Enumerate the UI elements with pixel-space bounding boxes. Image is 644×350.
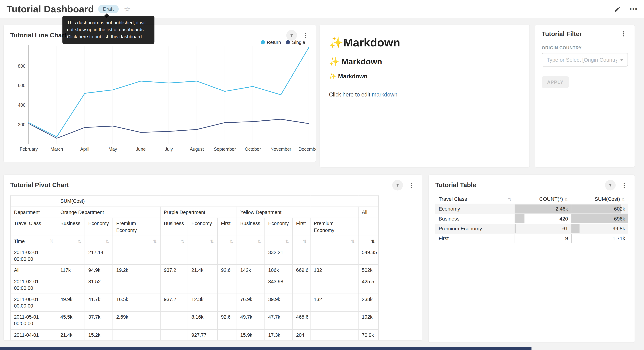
- pivot-cell: [310, 276, 358, 294]
- line-chart: 200400600800FebruaryMarchAprilMayJuneJul…: [4, 44, 316, 157]
- pivot-sort-cell: ⇅: [188, 236, 218, 247]
- pivot-cell: [292, 276, 310, 294]
- pivot-cell: 37.7k: [85, 312, 113, 329]
- sum-cost-cell: 602k: [571, 204, 628, 214]
- column-header-count[interactable]: COUNT(*)⇅: [515, 194, 571, 204]
- pivot-filter-badge-icon[interactable]: [392, 180, 403, 190]
- filter-card-header: Tutorial Filter ⋮: [542, 30, 628, 38]
- sort-icon[interactable]: ⇅: [258, 239, 261, 244]
- edit-icon[interactable]: [614, 6, 621, 12]
- pivot-sub-column: Economy: [265, 218, 292, 236]
- value-bar: [571, 234, 572, 243]
- draft-tooltip[interactable]: This dashboard is not published, it will…: [62, 16, 154, 44]
- value-label: 2.46k: [556, 206, 568, 212]
- pivot-row-label: 2011-02-01 00:00:00: [10, 276, 57, 294]
- value-bar: [571, 204, 620, 213]
- column-header-sum-cost[interactable]: SUM(Cost)⇅: [571, 194, 628, 204]
- more-menu-icon[interactable]: ⋯: [629, 7, 637, 11]
- pivot-sub-column: Premium Economy: [310, 218, 358, 236]
- sort-icon[interactable]: ⇅: [181, 239, 184, 244]
- pivot-column-group: All: [358, 207, 378, 218]
- draft-tooltip-text: This dashboard is not published, it will…: [67, 20, 146, 39]
- pivot-cell: 15.9k: [237, 329, 265, 341]
- pivot-kebab-icon[interactable]: ⋮: [407, 181, 416, 189]
- count-cell: 2.46k: [515, 204, 571, 214]
- table-row: Business420696k: [436, 214, 628, 224]
- svg-text:February: February: [20, 146, 38, 152]
- sum-cost-cell: 1.71k: [571, 234, 628, 243]
- pivot-cell: 21.4k: [57, 329, 85, 341]
- pivot-cell: 425.5: [358, 276, 378, 294]
- sort-icon[interactable]: ⇅: [50, 238, 53, 244]
- pivot-cell: [113, 329, 160, 341]
- sum-cost-cell: 696k: [571, 214, 628, 224]
- pivot-row: 2011-03-01 00:00:00217.14332.21549.35: [10, 247, 378, 265]
- pivot-corner-cell: [10, 196, 57, 207]
- svg-text:August: August: [190, 146, 204, 152]
- sort-icon[interactable]: ⇅: [106, 239, 109, 244]
- sort-icon[interactable]: ⇅: [210, 239, 214, 244]
- pivot-cell: 70.9k: [358, 329, 378, 341]
- pivot-cell: 16.5k: [113, 294, 160, 312]
- pivot-sort-cell: ⇅: [113, 236, 160, 247]
- travel-class-cell: First: [436, 234, 515, 243]
- pivot-cell: 238k: [358, 294, 378, 312]
- pivot-sub-column: [358, 218, 378, 236]
- sort-icon[interactable]: ⇅: [303, 239, 307, 244]
- column-header-travel-class[interactable]: Travel Class⇅: [436, 194, 515, 204]
- table-card-title: Tutorial Table: [436, 182, 476, 189]
- pivot-cell: [160, 329, 188, 341]
- pivot-cell: 76.9k: [237, 294, 265, 312]
- sort-icon[interactable]: ⇅: [351, 239, 355, 244]
- line-chart-card: Tutorial Line Chart ⋮ ReturnSingle 20040…: [3, 25, 316, 162]
- line-chart-title: Tutorial Line Chart: [10, 32, 66, 39]
- pivot-cell: [218, 294, 237, 312]
- favorite-star-icon[interactable]: ☆: [124, 5, 130, 14]
- svg-text:October: October: [245, 146, 261, 152]
- filter-kebab-icon[interactable]: ⋮: [619, 30, 628, 38]
- pivot-cell: 549.35: [358, 247, 378, 265]
- sort-icon[interactable]: ⇅: [564, 197, 568, 202]
- line-chart-card-header: Tutorial Line Chart ⋮: [4, 25, 316, 40]
- pivot-cell: 343.98: [265, 276, 292, 294]
- travel-class-cell: Business: [436, 214, 515, 224]
- pivot-sub-column: Economy: [188, 218, 218, 236]
- pivot-travel-class-label: Travel Class: [10, 218, 57, 236]
- sort-icon[interactable]: ⇅: [622, 197, 625, 202]
- sort-icon[interactable]: ⇅: [285, 239, 289, 244]
- pivot-cell: [188, 276, 218, 294]
- pivot-row: 2011-05-01 00:00:0045.5k37.7k2.69k8.16k9…: [10, 312, 378, 329]
- value-bar: [515, 224, 516, 233]
- pivot-sub-column: First: [218, 218, 237, 236]
- pivot-sub-column: Economy: [85, 218, 113, 236]
- chart-kebab-icon[interactable]: ⋮: [301, 31, 310, 39]
- pivot-column-group: Orange Department: [57, 207, 160, 218]
- table-filter-badge-icon[interactable]: [605, 180, 616, 190]
- sort-icon[interactable]: ⇅: [508, 197, 512, 202]
- pivot-cell: [113, 276, 160, 294]
- sort-icon[interactable]: ⇅: [153, 239, 157, 244]
- svg-text:December: December: [298, 146, 316, 152]
- table-kebab-icon[interactable]: ⋮: [620, 181, 629, 189]
- chart-filter-badge-icon[interactable]: [286, 30, 297, 40]
- apply-button[interactable]: APPLY: [542, 76, 569, 88]
- table-card-header: Tutorial Table ⋮: [429, 175, 634, 190]
- sort-icon[interactable]: ⇅: [78, 239, 81, 244]
- filter-card: Tutorial Filter ⋮ ORIGIN COUNTRY Type or…: [535, 25, 635, 168]
- pivot-cell: 332.21: [265, 247, 292, 265]
- pivot-cell: 2.69k: [113, 312, 160, 329]
- sort-icon[interactable]: ⇅: [230, 239, 233, 244]
- pivot-cell: 192k: [358, 312, 378, 329]
- pivot-cell: 94.9k: [85, 265, 113, 276]
- table-row: First91.71k: [436, 234, 628, 243]
- origin-country-select[interactable]: Type or Select [Origin Country]: [542, 53, 628, 66]
- edit-markdown-link[interactable]: markdown: [372, 92, 398, 98]
- pivot-row: 2011-04-01 00:00:0021.4k15.2k927.7715.9k…: [10, 329, 378, 341]
- count-cell: 420: [515, 214, 571, 224]
- status-badge[interactable]: Draft: [98, 5, 119, 13]
- pivot-cell: 132: [310, 265, 358, 276]
- pivot-cell: 465.6: [292, 312, 310, 329]
- pivot-sort-cell: ⇅: [358, 236, 378, 247]
- pivot-cell: 92.6: [218, 312, 237, 329]
- sort-icon[interactable]: ⇅: [371, 239, 375, 244]
